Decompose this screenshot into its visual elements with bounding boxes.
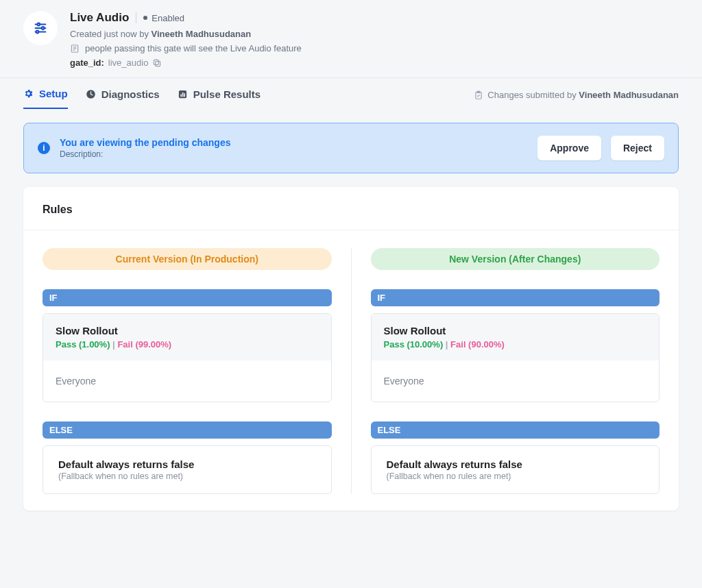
banner-description: Description:: [60, 149, 528, 159]
copy-icon[interactable]: [152, 58, 162, 68]
status-dot-icon: [143, 16, 147, 20]
pending-changes-banner: i You are viewing the pending changes De…: [23, 123, 679, 173]
svg-rect-16: [184, 93, 185, 97]
gate-icon: [23, 11, 58, 45]
default-subtitle: (Fallback when no rules are met): [387, 471, 644, 481]
current-version-column: Current Version (In Production) IF Slow …: [43, 248, 351, 494]
rule-name: Slow Rollout: [384, 325, 647, 336]
approve-button[interactable]: Approve: [537, 136, 601, 160]
clipboard-icon: [474, 90, 483, 100]
fail-value: Fail (99.00%): [117, 339, 171, 350]
if-tag: IF: [43, 289, 332, 306]
rule-card: Slow Rollout Pass (10.00%) | Fail (90.00…: [371, 313, 660, 402]
gate-note: people passing this gate will see the Li…: [85, 43, 302, 53]
tab-label: Pulse Results: [193, 88, 261, 100]
changes-submitted-by: Changes submitted by Vineeth Madhusudana…: [474, 90, 679, 107]
banner-title: You are viewing the pending changes: [60, 137, 528, 148]
status-badge: Enabled: [143, 13, 184, 23]
divider: [136, 12, 136, 23]
info-icon: i: [38, 142, 50, 154]
rule-condition: Everyone: [43, 360, 331, 402]
gate-id-label: gate_id:: [70, 58, 104, 68]
svg-point-5: [36, 31, 39, 34]
default-card: Default always returns false (Fallback w…: [43, 445, 332, 494]
else-tag: ELSE: [371, 421, 660, 439]
current-version-pill: Current Version (In Production): [43, 248, 332, 270]
new-version-column: New Version (After Changes) IF Slow Roll…: [351, 248, 660, 494]
pass-value: Pass (10.00%): [384, 339, 444, 350]
if-tag: IF: [371, 289, 660, 306]
rule-condition: Everyone: [372, 360, 659, 402]
default-title: Default always returns false: [58, 458, 316, 470]
rules-panel: Rules Current Version (In Production) IF…: [23, 187, 679, 511]
default-title: Default always returns false: [387, 458, 644, 470]
gear-icon: [23, 88, 34, 99]
svg-point-1: [37, 23, 40, 26]
tab-pulse-results[interactable]: Pulse Results: [178, 88, 261, 108]
svg-rect-15: [182, 93, 184, 97]
rules-title: Rules: [43, 204, 659, 216]
svg-rect-14: [180, 95, 182, 97]
clock-icon: [86, 89, 96, 99]
default-card: Default always returns false (Fallback w…: [371, 445, 660, 494]
reject-button[interactable]: Reject: [611, 136, 664, 160]
gate-id-value: live_audio: [108, 58, 149, 68]
tab-label: Setup: [39, 88, 68, 99]
svg-rect-10: [156, 61, 160, 66]
page-title: Live Audio: [70, 11, 129, 25]
tab-diagnostics[interactable]: Diagnostics: [86, 88, 160, 108]
rule-card: Slow Rollout Pass (1.00%) | Fail (99.00%…: [43, 313, 332, 402]
chart-icon: [178, 89, 188, 99]
else-tag: ELSE: [43, 421, 332, 439]
status-text: Enabled: [152, 13, 184, 23]
fail-value: Fail (90.00%): [450, 339, 505, 350]
tab-setup[interactable]: Setup: [23, 88, 68, 109]
new-version-pill: New Version (After Changes): [371, 248, 660, 270]
note-icon: [70, 44, 80, 53]
tab-label: Diagnostics: [101, 88, 160, 100]
svg-rect-11: [154, 60, 159, 64]
svg-point-3: [42, 27, 45, 29]
rule-name: Slow Rollout: [56, 325, 319, 336]
default-subtitle: (Fallback when no rules are met): [58, 471, 316, 481]
created-by: Created just now by Vineeth Madhusudanan: [70, 29, 679, 39]
pass-value: Pass (1.00%): [56, 339, 110, 350]
